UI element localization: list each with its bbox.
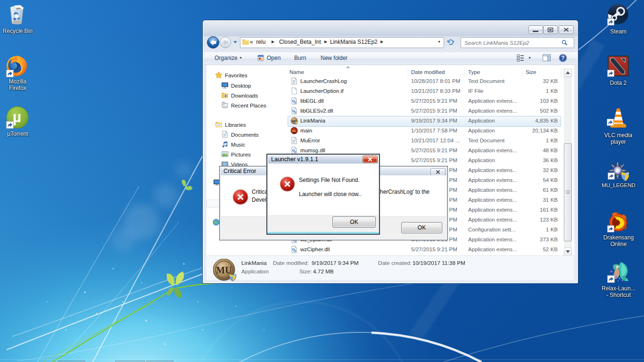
svg-text:µ: µ: [13, 108, 21, 125]
svg-text:?: ?: [561, 55, 564, 61]
svg-text:MU: MU: [291, 129, 297, 133]
svg-text:MU: MU: [216, 265, 231, 275]
